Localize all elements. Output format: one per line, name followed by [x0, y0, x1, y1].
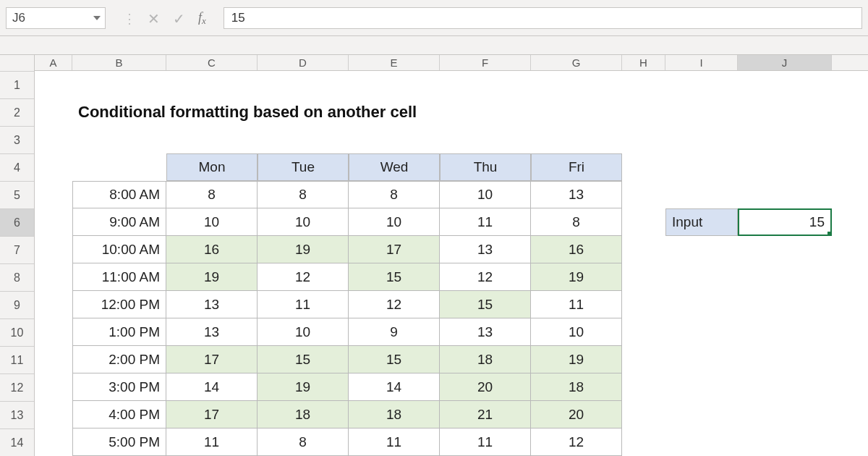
- data-cell[interactable]: 10: [531, 318, 622, 346]
- row-header-12[interactable]: 12: [0, 373, 34, 401]
- row-header-10[interactable]: 10: [0, 318, 34, 346]
- table-header[interactable]: Mon: [166, 153, 258, 181]
- cell[interactable]: [531, 126, 622, 153]
- cell[interactable]: [622, 428, 665, 456]
- col-header-I[interactable]: I: [665, 55, 738, 70]
- row-header-14[interactable]: 14: [0, 428, 34, 456]
- col-header-J[interactable]: J: [738, 55, 832, 70]
- time-cell[interactable]: 9:00 AM: [72, 208, 166, 236]
- data-cell[interactable]: 16: [166, 236, 258, 263]
- cell[interactable]: [35, 428, 72, 456]
- cell[interactable]: [440, 126, 531, 153]
- cell[interactable]: [35, 263, 72, 291]
- cell[interactable]: [622, 373, 665, 401]
- data-cell[interactable]: 11: [440, 208, 531, 236]
- cell[interactable]: [166, 126, 258, 153]
- cell[interactable]: [665, 373, 738, 401]
- chevron-down-icon[interactable]: [93, 16, 101, 20]
- data-cell[interactable]: 11: [531, 291, 622, 318]
- cell[interactable]: [35, 126, 72, 153]
- data-cell[interactable]: 11: [166, 428, 258, 456]
- data-cell[interactable]: 15: [258, 346, 349, 373]
- data-cell[interactable]: 19: [258, 236, 349, 263]
- cell[interactable]: [35, 71, 72, 98]
- data-cell[interactable]: 12: [531, 428, 622, 456]
- data-cell[interactable]: 10: [166, 208, 258, 236]
- data-cell[interactable]: 15: [440, 291, 531, 318]
- cell[interactable]: [622, 236, 665, 263]
- data-cell[interactable]: 14: [349, 373, 440, 401]
- cell[interactable]: [35, 318, 72, 346]
- cell[interactable]: [35, 181, 72, 208]
- cell[interactable]: [440, 71, 531, 98]
- cell[interactable]: [35, 291, 72, 318]
- data-cell[interactable]: 11: [349, 428, 440, 456]
- row-header-4[interactable]: 4: [0, 153, 34, 181]
- table-header[interactable]: Wed: [349, 153, 440, 181]
- cell[interactable]: [622, 401, 665, 428]
- cell[interactable]: [622, 71, 665, 98]
- data-cell[interactable]: 10: [440, 181, 531, 208]
- cell[interactable]: [72, 126, 166, 153]
- data-cell[interactable]: 21: [440, 401, 531, 428]
- input-value active-cell[interactable]: 15: [738, 208, 832, 236]
- cell[interactable]: [738, 318, 832, 346]
- data-cell[interactable]: 11: [440, 428, 531, 456]
- cell[interactable]: [665, 236, 738, 263]
- col-header-E[interactable]: E: [349, 55, 440, 70]
- cell[interactable]: [665, 291, 738, 318]
- time-cell[interactable]: 11:00 AM: [72, 263, 166, 291]
- cell[interactable]: [622, 263, 665, 291]
- data-cell[interactable]: 10: [258, 208, 349, 236]
- data-cell[interactable]: 8: [166, 181, 258, 208]
- cell[interactable]: [35, 208, 72, 236]
- cell[interactable]: [622, 291, 665, 318]
- cell[interactable]: [622, 181, 665, 208]
- sheet[interactable]: ABCDEFGHIJ Conditional formatting based …: [35, 55, 868, 456]
- data-cell[interactable]: 17: [349, 236, 440, 263]
- data-cell[interactable]: 17: [166, 401, 258, 428]
- cell[interactable]: [349, 71, 440, 98]
- data-cell[interactable]: 12: [440, 263, 531, 291]
- data-cell[interactable]: 20: [440, 373, 531, 401]
- table-header[interactable]: Fri: [531, 153, 622, 181]
- data-cell[interactable]: 13: [531, 181, 622, 208]
- col-header-H[interactable]: H: [622, 55, 665, 70]
- cell[interactable]: [35, 98, 72, 126]
- col-header-F[interactable]: F: [440, 55, 531, 70]
- data-cell[interactable]: 10: [258, 318, 349, 346]
- formula-input[interactable]: 15: [224, 7, 862, 29]
- time-cell[interactable]: 2:00 PM: [72, 346, 166, 373]
- time-cell[interactable]: 12:00 PM: [72, 291, 166, 318]
- cell[interactable]: [665, 428, 738, 456]
- data-cell[interactable]: 9: [349, 318, 440, 346]
- cell[interactable]: [665, 71, 738, 98]
- data-cell[interactable]: 10: [349, 208, 440, 236]
- name-box[interactable]: J6: [6, 7, 106, 29]
- data-cell[interactable]: 13: [166, 291, 258, 318]
- drag-handle-icon[interactable]: ⋮: [123, 11, 135, 27]
- accept-icon[interactable]: ✓: [173, 10, 185, 28]
- data-cell[interactable]: 14: [166, 373, 258, 401]
- row-header-13[interactable]: 13: [0, 401, 34, 428]
- cell[interactable]: [738, 428, 832, 456]
- cell[interactable]: [72, 71, 166, 98]
- cell[interactable]: [738, 346, 832, 373]
- row-header-7[interactable]: 7: [0, 236, 34, 263]
- cell[interactable]: [738, 126, 832, 153]
- page-title[interactable]: Conditional formatting based on another …: [72, 98, 579, 126]
- cell[interactable]: [622, 153, 665, 181]
- time-cell[interactable]: 8:00 AM: [72, 181, 166, 208]
- data-cell[interactable]: 18: [531, 373, 622, 401]
- data-cell[interactable]: 12: [349, 291, 440, 318]
- row-header-1[interactable]: 1: [0, 71, 34, 98]
- cell[interactable]: [738, 373, 832, 401]
- cell[interactable]: [665, 126, 738, 153]
- time-cell[interactable]: 10:00 AM: [72, 236, 166, 263]
- data-cell[interactable]: 20: [531, 401, 622, 428]
- cancel-icon[interactable]: ✕: [148, 10, 160, 28]
- cell[interactable]: [622, 208, 665, 236]
- cell[interactable]: [72, 153, 166, 181]
- time-cell[interactable]: 5:00 PM: [72, 428, 166, 456]
- row-header-6[interactable]: 6: [0, 208, 34, 236]
